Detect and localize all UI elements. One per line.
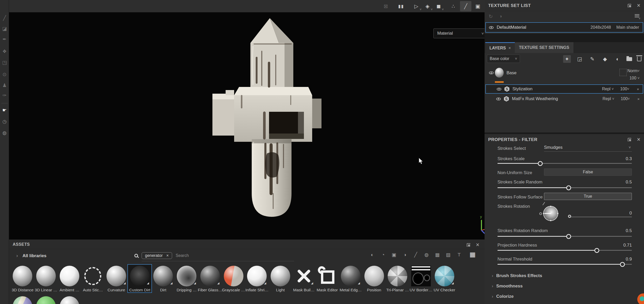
asset-item[interactable]: 3D Distance [11,265,34,292]
display-settings-tool-icon[interactable]: ◍ [0,128,9,137]
section-colorize[interactable]: ›Colorize [492,294,513,299]
asset-item[interactable] [34,295,58,304]
layer-blend-opacity[interactable]: Norm˅ 100 ˅ [627,67,640,82]
3d-viewport[interactable]: Material ˅ y x z [9,12,485,240]
smart-mask-filter-icon[interactable]: ▣ [391,252,397,258]
blend-mode-value[interactable]: Norm [627,69,638,73]
strokes-rotation-random-value[interactable]: 0.5 [626,228,632,233]
perspective-view-icon[interactable]: ▷˅ [411,1,422,11]
projection-tool-icon[interactable]: ✒ [0,35,9,43]
mesh-display-icon[interactable]: ◈˅ [422,1,433,11]
strokes-rotation-knob[interactable] [568,215,571,218]
screenshot-icon[interactable]: ▣ [472,1,484,11]
eraser-tool-icon[interactable]: ◪ [0,24,9,33]
camera-settings-icon[interactable]: ◼˅ [433,1,444,11]
asset-item[interactable]: ◢UV Checker [433,265,456,292]
normal-threshold-slider[interactable] [497,264,632,265]
strokes-rotation-slider[interactable] [570,217,632,217]
quick-mask-tool-icon[interactable]: ☛ [0,106,9,114]
search-tag-chip[interactable]: generator × [142,252,172,259]
opacity-value[interactable]: 100 [630,76,637,80]
add-folder-icon[interactable] [626,57,632,61]
layer-row-matfx-rust-weathering[interactable]: S MatFx Rust Weathering Repl ˅ 100˅ × [485,94,643,103]
lazy-mouse-off-icon[interactable]: ⊠ [380,1,392,11]
strokes-select-dropdown[interactable]: Smudges ˅ [544,143,632,152]
clone-tool-icon[interactable]: ⊙ [0,70,9,79]
layer-visibility-icon[interactable] [497,88,501,91]
smudge-tool-icon[interactable]: ◳ [0,58,9,67]
paint-tool-icon[interactable]: ╱ [0,13,9,22]
add-smart-material-icon[interactable]: ✦ [563,55,571,63]
filter-filter-icon[interactable]: ◑ [402,252,408,258]
section-smoothness[interactable]: ›Smoothness [492,284,523,289]
asset-item[interactable]: Light [269,265,292,292]
asset-item[interactable]: Auto Stic… [81,265,105,292]
add-fill-layer-icon[interactable]: ◲ [576,56,584,62]
library-selector[interactable]: All libraries [22,253,47,258]
asset-item[interactable]: ◢Mask Buil… [292,265,316,292]
layer-mask-placeholder[interactable] [619,69,627,76]
tab-layers[interactable]: LAYERS × [485,42,515,53]
asset-item[interactable]: ◢Dirt [151,265,175,292]
layer-visibility-icon[interactable] [489,71,494,74]
remove-tag-icon[interactable]: × [166,253,169,258]
blend-mode-value[interactable]: Repl ˅ [602,87,614,91]
asset-item[interactable]: Ambient … [58,265,81,292]
strokes-follow-surface-toggle[interactable]: True [544,193,632,200]
smart-material-filter-icon[interactable]: ◔ [380,252,386,258]
chevron-right-icon[interactable]: › [16,253,18,258]
layer-visibility-icon[interactable] [496,98,501,100]
material-filter-icon[interactable]: ◐ [370,252,375,258]
asset-item[interactable] [11,295,34,304]
projection-hardness-slider[interactable] [497,250,632,251]
pause-engine-icon[interactable]: ▮▮ [395,1,407,11]
brush-filter-icon[interactable]: ╱ [413,252,418,258]
channel-filter-dropdown[interactable]: Base color ˅ [487,55,520,63]
delete-layer-icon[interactable] [637,57,641,61]
asset-item[interactable]: UV Border… [409,265,433,292]
add-effect-icon[interactable]: ◆ [601,56,609,62]
asset-item[interactable]: Tri-Planar … [386,265,409,292]
strokes-rotation-dial[interactable] [543,206,558,221]
particles-brush-icon[interactable]: ∴ [448,1,459,11]
asset-item[interactable]: Mask Editor [316,265,339,292]
asset-item[interactable]: Position [362,265,386,292]
float-panel-icon[interactable] [628,4,631,8]
procedural-filter-icon[interactable]: ▦ [435,252,440,258]
close-panel-icon[interactable]: × [476,242,479,248]
strokes-rotation-random-slider[interactable] [497,236,632,237]
asset-item[interactable] [58,295,81,304]
asset-item[interactable]: ◢Inflate Shri… [245,265,269,292]
blend-mode-value[interactable]: Repl ˅ [602,97,614,101]
opacity-value[interactable]: 100˅ [620,87,629,91]
section-brush-strokes-effects[interactable]: ›Brush Strokes Effects [492,273,542,278]
strokes-scale-random-value[interactable]: 0.5 [626,180,632,185]
texture-filter-icon[interactable]: ▧ [446,252,451,258]
asset-item[interactable]: ◢Fiber Glass… [198,265,222,292]
close-panel-icon[interactable]: × [637,3,640,9]
remove-effect-icon[interactable]: × [637,87,639,91]
strokes-scale-value[interactable]: 0.3 [626,156,632,161]
asset-item[interactable]: 3D Linear … [34,265,58,292]
search-input[interactable]: Search [176,253,189,258]
asset-item[interactable]: ◢Dripping … [175,265,198,292]
normal-threshold-value[interactable]: 0.9 [626,257,632,262]
tab-close-icon[interactable]: × [508,46,511,50]
strokes-scale-random-slider[interactable] [497,187,632,188]
layer-thumbnail[interactable] [495,68,504,78]
asset-item-selected[interactable]: ◢Custom Dirt [128,265,151,292]
add-paint-layer-icon[interactable]: ✎ [588,56,596,62]
visibility-eye-icon[interactable] [489,26,494,29]
shading-mode-dropdown[interactable]: Material ˅ [433,28,488,38]
polygon-fill-tool-icon[interactable]: ❖ [0,47,9,56]
close-panel-icon[interactable]: × [637,137,640,143]
projection-hardness-value[interactable]: 0.71 [623,243,632,248]
asset-item[interactable]: Grayscale … [222,265,245,292]
material-picker-tool-icon[interactable]: ✑ [0,91,9,100]
instant-history-tool-icon[interactable]: ◷ [0,117,9,126]
link-texture-sets-icon[interactable]: ↻ [489,13,493,19]
asset-item[interactable]: ◢Curvature [105,265,128,292]
alpha-filter-icon[interactable]: ◍ [424,252,429,258]
remove-effect-icon[interactable]: × [637,97,640,101]
float-panel-icon[interactable] [467,243,470,247]
